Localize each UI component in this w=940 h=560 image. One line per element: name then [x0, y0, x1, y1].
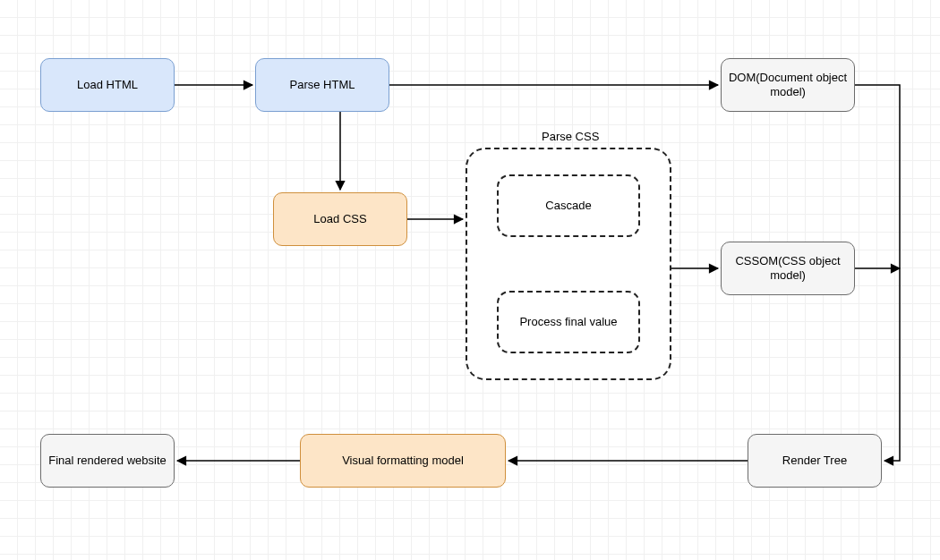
node-render-tree: Render Tree — [748, 434, 882, 488]
node-visual-formatting-model: Visual formatting model — [300, 434, 506, 488]
node-cssom: CSSOM(CSS object model) — [721, 242, 855, 295]
node-final-rendered-website: Final rendered website — [40, 434, 175, 488]
node-load-html: Load HTML — [40, 58, 175, 112]
node-load-css: Load CSS — [273, 192, 407, 246]
node-cascade: Cascade — [497, 174, 640, 237]
node-process-final-value: Process final value — [497, 291, 640, 353]
label-parse-css-group: Parse CSS — [542, 130, 599, 143]
node-dom: DOM(Document object model) — [721, 58, 855, 112]
node-parse-html: Parse HTML — [255, 58, 389, 112]
